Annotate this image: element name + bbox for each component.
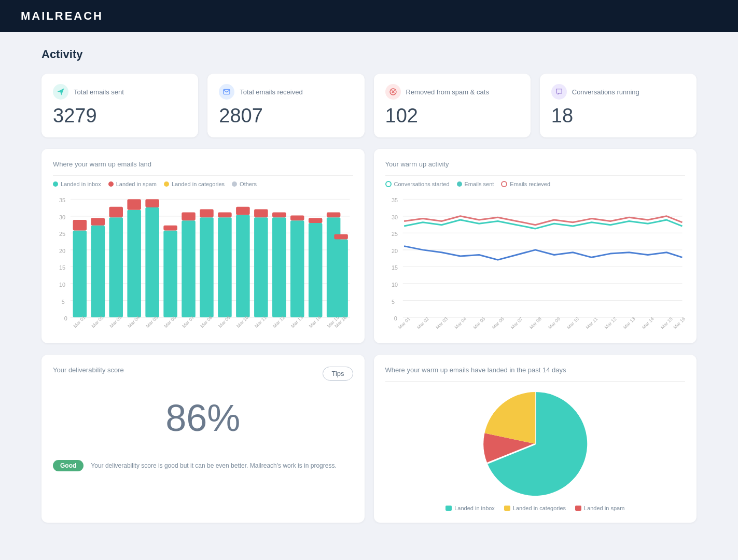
pie-legend: Landed in inbox Landed in categories Lan… bbox=[385, 505, 686, 511]
svg-text:Mar 12: Mar 12 bbox=[603, 316, 617, 330]
svg-rect-55 bbox=[290, 216, 304, 221]
legend-categories-dot bbox=[164, 181, 169, 187]
svg-text:Mar 08: Mar 08 bbox=[528, 316, 542, 330]
received-icon bbox=[219, 84, 234, 100]
svg-text:Mar 16: Mar 16 bbox=[672, 316, 686, 330]
line-chart-legend: Conversations started Emails sent Emails… bbox=[385, 181, 686, 187]
svg-text:5: 5 bbox=[392, 299, 395, 305]
legend-emails-received: Emails recieved bbox=[501, 181, 550, 187]
pie-legend-inbox: Landed in inbox bbox=[445, 505, 495, 511]
legend-inbox-dot bbox=[53, 181, 58, 187]
stat-cards: Total emails sent 3279 Total emails rece… bbox=[41, 74, 697, 137]
bottom-row: Your deliverability score Tips 86% Good … bbox=[41, 355, 697, 523]
svg-text:10: 10 bbox=[59, 282, 65, 288]
stat-card-sent: Total emails sent 3279 bbox=[41, 74, 198, 137]
legend-others-dot bbox=[232, 181, 237, 187]
svg-text:35: 35 bbox=[392, 197, 398, 203]
conversations-label: Conversations running bbox=[572, 88, 639, 96]
svg-text:Mar 09: Mar 09 bbox=[547, 316, 561, 330]
page-title: Activity bbox=[41, 48, 697, 61]
svg-text:Mar 15: Mar 15 bbox=[660, 316, 674, 330]
svg-text:Mar 04: Mar 04 bbox=[453, 316, 467, 330]
deliverability-header: Your deliverability score Tips bbox=[53, 366, 353, 381]
svg-text:35: 35 bbox=[59, 197, 65, 203]
bar-chart-title: Where your warm up emails land bbox=[53, 160, 353, 168]
svg-text:25: 25 bbox=[59, 231, 65, 237]
svg-rect-57 bbox=[309, 223, 323, 317]
svg-rect-25 bbox=[109, 207, 123, 217]
deliverability-panel: Your deliverability score Tips 86% Good … bbox=[41, 355, 365, 523]
legend-inbox: Landed in inbox bbox=[53, 181, 101, 187]
svg-rect-18 bbox=[73, 231, 87, 318]
legend-spam: Landed in spam bbox=[108, 181, 157, 187]
legend-conv-started-label: Conversations started bbox=[394, 181, 450, 187]
legend-emails-received-dot bbox=[501, 181, 507, 187]
svg-rect-36 bbox=[182, 220, 196, 317]
pie-legend-categories-dot bbox=[504, 506, 510, 511]
pie-chart-container bbox=[385, 392, 686, 496]
pie-legend-categories: Landed in categories bbox=[504, 505, 566, 511]
svg-rect-21 bbox=[91, 226, 105, 317]
legend-emails-received-label: Emails recieved bbox=[510, 181, 550, 187]
svg-text:5: 5 bbox=[62, 299, 65, 305]
svg-rect-45 bbox=[236, 215, 250, 317]
svg-text:Mar 11: Mar 11 bbox=[584, 316, 598, 330]
svg-text:20: 20 bbox=[392, 248, 398, 254]
stat-card-spam: Removed from spam & cats 102 bbox=[374, 74, 531, 137]
svg-rect-42 bbox=[218, 217, 232, 317]
line-chart-title: Your warm up activity bbox=[385, 160, 686, 168]
legend-emails-sent: Emails sent bbox=[457, 181, 494, 187]
svg-rect-51 bbox=[272, 217, 286, 317]
svg-rect-52 bbox=[272, 213, 286, 218]
sent-icon bbox=[53, 84, 68, 100]
received-label: Total emails received bbox=[240, 88, 302, 96]
stat-card-conversations: Conversations running 18 bbox=[540, 74, 697, 137]
svg-text:Mar 13: Mar 13 bbox=[622, 316, 636, 330]
svg-text:Mar 07: Mar 07 bbox=[509, 316, 523, 330]
deliverability-description: Your deliverability score is good but it… bbox=[91, 461, 336, 470]
legend-spam-label: Landed in spam bbox=[116, 181, 157, 187]
legend-categories-label: Landed in categories bbox=[172, 181, 225, 187]
line-chart-panel: Your warm up activity Conversations star… bbox=[374, 149, 697, 343]
legend-conv-started: Conversations started bbox=[385, 181, 450, 187]
deliverability-score: 86% bbox=[53, 397, 353, 439]
pie-legend-categories-label: Landed in categories bbox=[513, 505, 566, 511]
pie-legend-inbox-dot bbox=[445, 506, 452, 511]
svg-rect-40 bbox=[200, 209, 214, 218]
svg-rect-64 bbox=[334, 234, 348, 240]
chart-row: Where your warm up emails land Landed in… bbox=[41, 149, 697, 343]
legend-others: Others bbox=[232, 181, 257, 187]
svg-rect-33 bbox=[163, 231, 177, 318]
svg-text:25: 25 bbox=[392, 231, 398, 237]
svg-text:0: 0 bbox=[64, 315, 67, 321]
svg-rect-28 bbox=[127, 199, 141, 209]
legend-inbox-label: Landed in inbox bbox=[61, 181, 101, 187]
svg-rect-48 bbox=[254, 217, 268, 317]
svg-rect-27 bbox=[127, 210, 141, 317]
bar-chart-svg: 0 5 10 15 20 25 30 35 bbox=[53, 192, 353, 330]
svg-text:30: 30 bbox=[392, 214, 398, 220]
deliverability-title: Your deliverability score bbox=[53, 366, 124, 374]
svg-text:15: 15 bbox=[59, 264, 65, 271]
svg-text:Mar 06: Mar 06 bbox=[491, 316, 505, 330]
received-value: 2807 bbox=[219, 105, 353, 127]
logo: MAILREACH bbox=[21, 9, 103, 23]
svg-rect-61 bbox=[327, 213, 341, 218]
pie-legend-spam: Landed in spam bbox=[575, 505, 624, 511]
bar-chart-panel: Where your warm up emails land Landed in… bbox=[41, 149, 365, 343]
pie-legend-inbox-label: Landed in inbox bbox=[454, 505, 495, 511]
spam-label: Removed from spam & cats bbox=[406, 88, 489, 96]
tips-button[interactable]: Tips bbox=[323, 367, 353, 381]
svg-rect-34 bbox=[163, 226, 177, 231]
pie-chart-title: Where your warm up emails have landed in… bbox=[385, 366, 686, 374]
svg-rect-39 bbox=[200, 217, 214, 317]
legend-spam-dot bbox=[108, 181, 114, 187]
pie-legend-spam-label: Landed in spam bbox=[584, 505, 624, 511]
pie-chart-panel: Where your warm up emails have landed in… bbox=[374, 355, 697, 523]
svg-rect-22 bbox=[91, 218, 105, 225]
svg-text:Mar 02: Mar 02 bbox=[416, 316, 430, 330]
svg-text:Mar 03: Mar 03 bbox=[435, 316, 449, 330]
svg-rect-24 bbox=[109, 217, 123, 317]
line-chart-svg: 0 5 10 15 20 25 30 35 bbox=[385, 192, 686, 330]
bar-chart-legend: Landed in inbox Landed in spam Landed in… bbox=[53, 181, 353, 187]
